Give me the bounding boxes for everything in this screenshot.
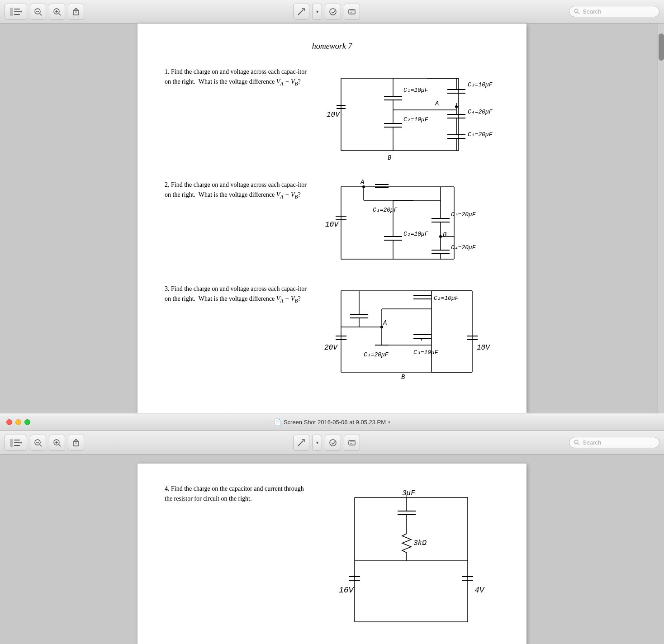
- svg-text:C₃=10μF: C₃=10μF: [413, 349, 438, 356]
- svg-text:A: A: [383, 319, 387, 327]
- circuit-3-area: 20V 10V: [318, 282, 499, 381]
- svg-rect-129: [14, 442, 20, 443]
- svg-text:10V: 10V: [325, 221, 339, 229]
- svg-text:C₂=10μF: C₂=10μF: [434, 295, 459, 302]
- svg-text:C₂=10μF: C₂=10μF: [403, 231, 428, 237]
- toolbar-right-group: Search: [569, 6, 659, 17]
- title-chevron-icon: ▾: [388, 420, 390, 425]
- close-button[interactable]: [6, 419, 12, 425]
- bottom-action-button[interactable]: [325, 435, 341, 451]
- scrollbar[interactable]: [658, 24, 664, 413]
- maximize-button[interactable]: [24, 419, 30, 425]
- bottom-pdf-content: 4. Find the charge on the capacitor and …: [0, 455, 664, 644]
- bottom-zoom-out-button[interactable]: [30, 435, 46, 451]
- share-button[interactable]: [68, 4, 84, 20]
- bottom-pdf-page: 4. Find the charge on the capacitor and …: [138, 464, 526, 644]
- circuit-3-svg: 20V 10V: [323, 282, 495, 381]
- problem-3-text: 3. Find the charge on and voltage across…: [165, 282, 309, 381]
- svg-text:C₁=20μF: C₁=20μF: [364, 351, 389, 358]
- svg-rect-127: [10, 439, 13, 447]
- svg-line-133: [40, 445, 42, 446]
- circuit-4-svg: 3μF 3kΩ: [318, 482, 508, 644]
- svg-text:C₂=10μF: C₂=10μF: [403, 116, 428, 123]
- bottom-zoom-in-button[interactable]: [49, 435, 65, 451]
- page-title: homework 7: [165, 42, 499, 51]
- bottom-share-button[interactable]: [68, 435, 84, 451]
- svg-text:3μF: 3μF: [402, 489, 415, 497]
- top-window: ▾: [0, 0, 664, 413]
- tools-button[interactable]: [344, 4, 360, 20]
- svg-text:C₄=20μF: C₄=20μF: [468, 109, 493, 115]
- svg-rect-128: [14, 440, 20, 440]
- svg-text:A: A: [435, 100, 439, 107]
- svg-text:A: A: [360, 179, 364, 186]
- annotate-button[interactable]: [293, 4, 309, 20]
- bottom-toolbar-left: ▾: [5, 435, 84, 451]
- svg-line-146: [578, 444, 580, 445]
- search-placeholder: Search: [583, 8, 601, 15]
- document-icon: 📄: [274, 418, 281, 426]
- svg-line-6: [40, 14, 42, 15]
- svg-text:C₁=20μF: C₁=20μF: [373, 207, 398, 213]
- problem-2-number: 2. Find the charge on and voltage across…: [165, 181, 307, 198]
- svg-rect-142: [349, 440, 355, 445]
- bottom-annotate-button[interactable]: [293, 435, 309, 451]
- window-title-text: Screen Shot 2016-05-06 at 9.05.23 PM: [284, 419, 386, 426]
- svg-point-145: [574, 440, 578, 444]
- svg-text:10V: 10V: [477, 344, 490, 352]
- top-toolbar: ▾: [0, 0, 664, 24]
- svg-text:16V: 16V: [339, 586, 355, 595]
- annotate-dropdown-button[interactable]: ▾: [312, 4, 322, 20]
- problem-4-text: 4. Find the charge on the capacitor and …: [165, 482, 309, 644]
- minimize-button[interactable]: [15, 419, 21, 425]
- svg-point-141: [330, 440, 336, 446]
- svg-line-20: [578, 13, 580, 14]
- svg-rect-1: [14, 9, 20, 9]
- svg-text:10V: 10V: [327, 111, 340, 119]
- bottom-tools-button[interactable]: [344, 435, 360, 451]
- svg-text:C₄=20μF: C₄=20μF: [451, 244, 476, 251]
- svg-rect-0: [10, 8, 13, 16]
- svg-rect-16: [349, 9, 355, 14]
- circuit-1-svg: 10V C₁=10μF: [323, 65, 495, 164]
- action-button[interactable]: [325, 4, 341, 20]
- bottom-toolbar: ▾: [0, 431, 664, 455]
- problem-2: 2. Find the charge on and voltage across…: [165, 178, 499, 268]
- toolbar-center-group: ▾: [88, 4, 565, 20]
- toolbar-left-group: ▾: [5, 4, 84, 20]
- svg-rect-2: [14, 11, 20, 12]
- problem-1-number: 1. Find the charge on and voltage across…: [165, 68, 307, 85]
- svg-text:B: B: [401, 374, 405, 381]
- bottom-toolbar-right: Search: [569, 437, 659, 448]
- svg-text:B: B: [388, 154, 391, 161]
- svg-line-140: [298, 440, 304, 446]
- zoom-out-button[interactable]: [30, 4, 46, 20]
- problem-4-number: 4. Find the charge on the capacitor and …: [165, 485, 304, 502]
- zoom-in-button[interactable]: [49, 4, 65, 20]
- bottom-search-box[interactable]: Search: [569, 437, 659, 448]
- scrollbar-thumb[interactable]: [659, 33, 664, 61]
- svg-line-137: [59, 445, 61, 446]
- bottom-annotate-dropdown[interactable]: ▾: [312, 435, 322, 451]
- svg-point-15: [330, 9, 336, 15]
- pdf-page-top: homework 7 1. Find the charge on and vol…: [138, 24, 526, 413]
- circuit-4-area: 3μF 3kΩ: [318, 482, 508, 644]
- bottom-sidebar-toggle[interactable]: ▾: [5, 435, 27, 451]
- svg-line-10: [59, 14, 61, 15]
- problem-4: 4. Find the charge on the capacitor and …: [165, 482, 499, 644]
- svg-text:20V: 20V: [324, 344, 338, 352]
- bottom-window: 📄 Screen Shot 2016-05-06 at 9.05.23 PM ▾…: [0, 413, 664, 644]
- svg-rect-3: [14, 14, 20, 15]
- svg-rect-130: [14, 445, 20, 446]
- circuit-2-area: 10V A: [318, 178, 499, 268]
- svg-text:C₁=10μF: C₁=10μF: [403, 87, 428, 94]
- svg-point-19: [574, 9, 578, 13]
- problem-1-text: 1. Find the charge on and voltage across…: [165, 65, 309, 164]
- search-box[interactable]: Search: [569, 6, 659, 17]
- circuit-2-svg: 10V A: [323, 178, 495, 268]
- bottom-toolbar-center: ▾: [88, 435, 565, 451]
- window-titlebar: 📄 Screen Shot 2016-05-06 at 9.05.23 PM ▾: [0, 413, 664, 431]
- svg-text:3kΩ: 3kΩ: [413, 539, 427, 547]
- window-title: 📄 Screen Shot 2016-05-06 at 9.05.23 PM ▾: [274, 418, 390, 426]
- sidebar-toggle-button[interactable]: ▾: [5, 4, 27, 20]
